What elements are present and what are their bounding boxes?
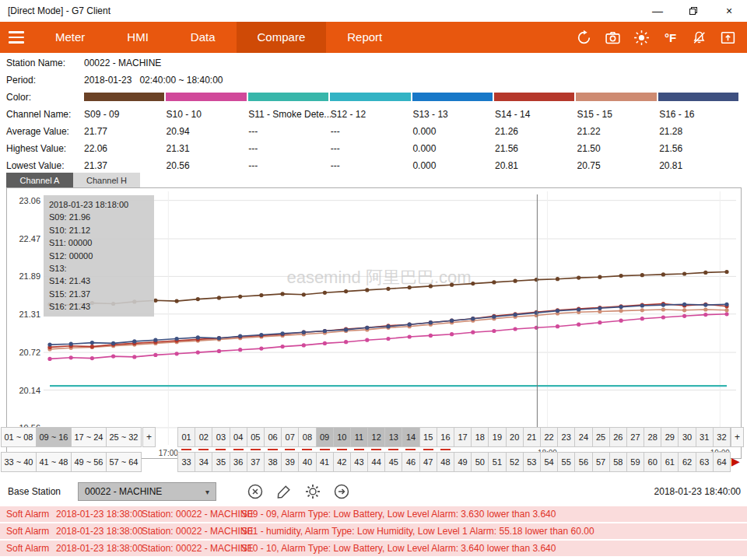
pager-channel-button[interactable]: 33 (177, 452, 195, 472)
pager-range-button[interactable]: 57 ~ 64 (106, 452, 142, 472)
brightness-icon[interactable] (627, 22, 656, 53)
base-station-dropdown[interactable]: 00022 - MACHINE ▾ (78, 482, 216, 501)
pager-channel-button[interactable]: 38 (264, 452, 282, 472)
pager-channel-button[interactable]: 20 (506, 427, 524, 447)
pager-channel-button[interactable]: 21 (523, 427, 541, 447)
pager-channel-button[interactable]: 07 (281, 427, 299, 447)
pager-range-button[interactable]: 01 ~ 08 (1, 427, 37, 447)
pager-channel-button[interactable]: 44 (367, 452, 385, 472)
pager-channel-button[interactable]: 57 (592, 452, 610, 472)
pager-channel-button[interactable]: 16 (437, 427, 454, 447)
pager-channel-button[interactable]: 06 (264, 427, 282, 447)
pager-channel-button[interactable]: 01 (177, 427, 195, 447)
pager-channel-button[interactable]: 59 (626, 452, 644, 472)
pager-channel-button[interactable]: 53 (523, 452, 541, 472)
pager-channel-button[interactable]: 64 (713, 452, 731, 472)
temperature-unit-toggle[interactable]: °F (656, 22, 685, 53)
pager-channel-button[interactable]: 25 (592, 427, 610, 447)
pager-channel-button[interactable]: 23 (557, 427, 575, 447)
nav-item-data[interactable]: Data (170, 22, 237, 53)
pager-channel-button[interactable]: 41 (316, 452, 334, 472)
channel-highest: 21.56 (659, 143, 742, 154)
pager-channel-button[interactable]: 49 (454, 452, 472, 472)
pager-range-button[interactable]: 09 ~ 16 (36, 427, 72, 447)
pager-channel-button[interactable]: 24 (574, 427, 592, 447)
pager-channel-button[interactable]: 03 (212, 427, 230, 447)
pager-channel-button[interactable]: 26 (609, 427, 627, 447)
pager-channel-button[interactable]: 45 (384, 452, 402, 472)
pager-channel-button[interactable]: 47 (419, 452, 437, 472)
pager-channel-button[interactable]: 28 (644, 427, 661, 447)
pager-channel-button[interactable]: 46 (402, 452, 419, 472)
trend-chart[interactable]: 23.0622.4721.8921.3120.7220.1419.5617:00… (6, 187, 742, 459)
pager-channel-button[interactable]: 37 (247, 452, 265, 472)
minimize-button[interactable]: — (640, 0, 675, 22)
pager-channel-button[interactable]: 18 (471, 427, 489, 447)
add-range-button[interactable]: + (142, 427, 156, 447)
nav-item-hmi[interactable]: HMI (106, 22, 170, 53)
tab-channel-h[interactable]: Channel H (73, 173, 140, 187)
pager-channel-button[interactable]: 17 (454, 427, 472, 447)
settings-gear-icon[interactable] (303, 482, 322, 501)
clear-icon[interactable] (246, 482, 265, 501)
pager-channel-button[interactable]: 30 (678, 427, 696, 447)
pager-range-button[interactable]: 33 ~ 40 (1, 452, 37, 472)
sync-icon[interactable] (570, 22, 598, 53)
nav-item-compare[interactable]: Compare (237, 22, 327, 53)
pager-channel-button[interactable]: 15 (419, 427, 437, 447)
pager-channel-button[interactable]: 51 (488, 452, 506, 472)
pager-channel-button[interactable]: 22 (540, 427, 558, 447)
alarm-mute-icon[interactable] (685, 22, 714, 53)
pager-channel-button[interactable]: 63 (696, 452, 714, 472)
pager-channel-button[interactable]: 50 (471, 452, 489, 472)
pager-range-button[interactable]: 17 ~ 24 (71, 427, 107, 447)
station-name-value: 00022 - MACHINE (84, 58, 161, 68)
pager-channel-button[interactable]: 02 (195, 427, 212, 447)
pager-channel-button[interactable]: 61 (661, 452, 679, 472)
pager-channel-button[interactable]: 56 (574, 452, 592, 472)
pager-channel-button[interactable]: 27 (626, 427, 644, 447)
pager-channel-button[interactable]: 60 (644, 452, 661, 472)
pager-range-button[interactable]: 25 ~ 32 (106, 427, 142, 447)
tab-channel-a[interactable]: Channel A (6, 173, 73, 187)
pager-channel-button[interactable]: 58 (609, 452, 627, 472)
pager-channel-button[interactable]: 10 (333, 427, 351, 447)
pager-channel-button[interactable]: 34 (195, 452, 212, 472)
pager-channel-button[interactable]: 04 (230, 427, 247, 447)
pager-channel-button[interactable]: 32 (713, 427, 731, 447)
pager-range-button[interactable]: 41 ~ 48 (36, 452, 72, 472)
pager-channel-button[interactable]: 14 (402, 427, 419, 447)
pager-channel-button[interactable]: 52 (506, 452, 524, 472)
pager-channel-button[interactable]: 11 (350, 427, 368, 447)
pager-channel-button[interactable]: 39 (281, 452, 299, 472)
pager-channel-button[interactable]: 55 (557, 452, 575, 472)
edit-icon[interactable] (275, 482, 293, 501)
hamburger-menu-icon[interactable] (0, 22, 34, 53)
pager-channel-button[interactable]: 29 (661, 427, 679, 447)
pager-channel-button[interactable]: 09 (316, 427, 334, 447)
pager-channel-button[interactable]: 13 (384, 427, 402, 447)
pager-channel-button[interactable]: 12 (367, 427, 385, 447)
pager-channel-button[interactable]: 54 (540, 452, 558, 472)
export-image-icon[interactable] (714, 22, 742, 53)
add-channel-button[interactable]: + (731, 427, 744, 447)
pager-channel-button[interactable]: 08 (298, 427, 316, 447)
pager-channel-button[interactable]: 62 (678, 452, 696, 472)
goto-icon[interactable] (332, 482, 351, 501)
nav-item-report[interactable]: Report (326, 22, 403, 53)
pager-channel-button[interactable]: 35 (212, 452, 230, 472)
next-page-arrow[interactable]: ▶ (731, 455, 740, 467)
restore-button[interactable] (675, 0, 711, 22)
pager-channel-button[interactable]: 48 (437, 452, 454, 472)
camera-icon[interactable] (598, 22, 627, 53)
pager-channel-button[interactable]: 42 (333, 452, 351, 472)
pager-channel-button[interactable]: 43 (350, 452, 368, 472)
pager-channel-button[interactable]: 05 (247, 427, 265, 447)
close-button[interactable]: × (711, 0, 747, 22)
nav-item-meter[interactable]: Meter (34, 22, 106, 53)
pager-channel-button[interactable]: 40 (298, 452, 316, 472)
pager-channel-button[interactable]: 36 (230, 452, 247, 472)
pager-range-button[interactable]: 49 ~ 56 (71, 452, 107, 472)
pager-channel-button[interactable]: 31 (696, 427, 714, 447)
pager-channel-button[interactable]: 19 (488, 427, 506, 447)
